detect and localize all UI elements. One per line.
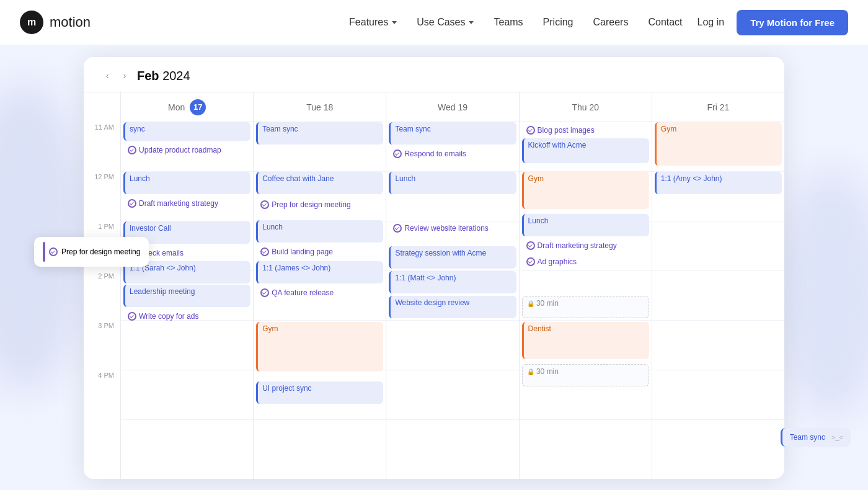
event-review-website[interactable]: Review website iterations	[389, 220, 516, 245]
chevron-down-icon	[392, 21, 397, 24]
logo-text: motion	[50, 14, 91, 30]
event-lunch-tue[interactable]: Lunch	[256, 220, 383, 243]
event-30-min-2[interactable]: 🔒 30 min	[522, 364, 649, 386]
time-label-11am: 11 AM	[84, 122, 120, 172]
nav-login[interactable]: Log in	[698, 17, 725, 28]
nav-links: Features Use Cases Teams Pricing Careers…	[349, 17, 682, 28]
calendar-header: ‹ › Feb 2024	[84, 57, 784, 92]
check-icon	[393, 224, 402, 233]
event-respond-emails[interactable]: Respond to emails	[389, 146, 516, 161]
logo-letter: m	[27, 17, 36, 28]
nav-careers[interactable]: Careers	[593, 17, 629, 28]
navbar: m motion Features Use Cases Teams Pricin…	[0, 0, 868, 45]
events-area-tue: Team sync Coffee chat with Jane Prep for…	[254, 122, 386, 479]
check-icon	[260, 288, 269, 297]
nav-contact[interactable]: Contact	[648, 17, 682, 28]
event-gym-tue[interactable]: Gym	[256, 322, 383, 372]
events-area-wed: Team sync Respond to emails Lunch	[386, 122, 518, 479]
event-coffee-chat[interactable]: Coffee chat with Jane	[256, 172, 383, 194]
floating-card-team-sync: Team sync >_<	[781, 428, 851, 447]
time-label-4pm: 4 PM	[84, 370, 120, 420]
cta-button[interactable]: Try Motion for Free	[737, 10, 848, 35]
today-badge: 17	[190, 99, 206, 115]
nav-pricing[interactable]: Pricing	[543, 17, 574, 28]
check-icon	[393, 149, 402, 158]
day-header-mon: Mon 17	[121, 92, 253, 122]
hour-row	[121, 370, 253, 420]
event-ui-project-sync[interactable]: UI project sync	[256, 381, 383, 404]
days-container: Mon 17 sync	[121, 92, 784, 479]
lock-icon: 🔒	[527, 300, 534, 307]
event-gym-thu[interactable]: Gym	[522, 172, 649, 209]
check-icon	[526, 126, 535, 135]
event-lunch-wed[interactable]: Lunch	[389, 172, 516, 194]
day-header-fri: Fri 21	[652, 92, 784, 122]
check-icon	[526, 241, 535, 250]
logo[interactable]: m motion	[20, 11, 91, 34]
day-col-mon: Mon 17 sync	[121, 92, 254, 479]
check-icon	[128, 312, 136, 321]
day-col-wed: Wed 19 Team sync	[386, 92, 519, 479]
time-label-12pm: 12 PM	[84, 172, 120, 221]
event-leadership-meeting[interactable]: Leadership meeting	[123, 285, 250, 307]
hour-row	[652, 271, 784, 321]
event-30-min-1[interactable]: 🔒 30 min	[522, 296, 649, 318]
nav-features[interactable]: Features	[349, 17, 397, 28]
lock-icon: 🔒	[527, 368, 534, 375]
bg-decoration-right	[775, 169, 868, 417]
event-website-design-review[interactable]: Website design review	[389, 296, 516, 318]
hour-row	[652, 370, 784, 420]
event-sync-mon[interactable]: sync	[123, 122, 250, 141]
nav-teams[interactable]: Teams	[494, 17, 523, 28]
event-dentist[interactable]: Dentist	[522, 322, 649, 359]
next-button[interactable]: ›	[116, 67, 133, 84]
calendar-wrapper: Prep for design meeting Team sync >_< ‹ …	[0, 45, 868, 490]
event-draft-marketing[interactable]: Draft marketing strategy	[123, 195, 250, 210]
event-build-landing[interactable]: Build landing page	[256, 244, 383, 259]
events-area-fri: Gym 1:1 (Amy <> John)	[652, 122, 784, 479]
floating-card-text: Prep for design meeting	[49, 247, 140, 256]
event-qa-feature[interactable]: QA feature release	[256, 285, 383, 300]
event-1-1-matt-john[interactable]: 1:1 (Matt <> John)	[389, 271, 516, 293]
day-header-wed: Wed 19	[386, 92, 518, 122]
event-ad-graphics[interactable]: Ad graphics	[522, 254, 649, 269]
time-label-3pm: 3 PM	[84, 321, 120, 370]
event-kickoff-acme[interactable]: Kickoff with Acme	[522, 138, 649, 163]
nav-use-cases[interactable]: Use Cases	[417, 17, 474, 28]
event-prep-design[interactable]: Prep for design meeting	[256, 197, 383, 212]
day-header-tue: Tue 18	[254, 92, 386, 122]
check-icon	[526, 257, 535, 266]
event-write-copy[interactable]: Write copy for ads	[123, 308, 250, 323]
events-area-thu: Blog post images Kickoff with Acme Gym L…	[520, 122, 652, 479]
event-lunch-thu[interactable]: Lunch	[522, 214, 649, 236]
event-gym-fri[interactable]: Gym	[655, 122, 782, 166]
calendar-title: Feb 2024	[137, 69, 190, 83]
event-1-1-amy-john[interactable]: 1:1 (Amy <> John)	[655, 172, 782, 194]
logo-icon: m	[20, 11, 43, 34]
check-icon	[128, 199, 136, 208]
day-col-thu: Thu 20 Blog post images	[520, 92, 652, 479]
chevron-down-icon	[469, 21, 474, 24]
event-blog-post-images[interactable]: Blog post images	[522, 122, 649, 137]
accent-bar	[43, 242, 45, 262]
event-1-1-james-john[interactable]: 1:1 (James <> John)	[256, 261, 383, 283]
check-icon	[49, 247, 58, 256]
event-draft-marketing-thu[interactable]: Draft marketing strategy	[522, 238, 649, 252]
events-area-mon: sync Update product roadmap Lunch	[121, 122, 253, 479]
event-team-sync-tue[interactable]: Team sync	[256, 122, 383, 145]
prev-button[interactable]: ‹	[99, 67, 116, 84]
check-icon	[260, 200, 269, 209]
event-update-roadmap[interactable]: Update product roadmap	[123, 142, 250, 157]
expand-icon: >_<	[831, 434, 843, 441]
time-label-2pm: 2 PM	[84, 271, 120, 321]
event-strategy-session[interactable]: Strategy session with Acme	[389, 246, 516, 269]
event-team-sync-wed[interactable]: Team sync	[389, 122, 516, 145]
calendar-grid: 11 AM 12 PM 1 PM 2 PM 3 PM 4 PM Mon 17	[84, 92, 784, 479]
check-icon	[128, 146, 136, 154]
hour-row	[652, 321, 784, 370]
day-header-thu: Thu 20	[520, 92, 652, 122]
event-lunch-mon[interactable]: Lunch	[123, 172, 250, 194]
hour-row	[121, 321, 253, 370]
day-col-tue: Tue 18 Team sync Coffee chat with Jane	[254, 92, 386, 479]
hour-row	[652, 221, 784, 271]
